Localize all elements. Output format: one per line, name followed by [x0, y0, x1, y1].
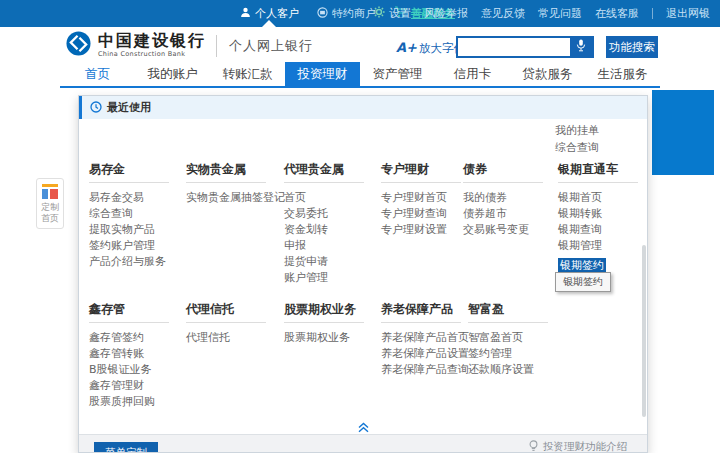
nav-item-home[interactable]: 首页 [60, 62, 135, 86]
lightbulb-icon [528, 440, 539, 453]
menu-scrollbar-thumb[interactable] [642, 245, 646, 417]
topbar-item-risk-report[interactable]: 风险举报 [424, 6, 468, 21]
topbar-item-label: 设置 [389, 6, 411, 21]
menu-item[interactable]: 我的挂单 [555, 122, 599, 139]
menu-item[interactable]: 还款顺序设置 [468, 362, 568, 378]
ccb-logo-icon [66, 31, 91, 60]
menu-item[interactable]: 产品介绍与服务 [89, 254, 186, 270]
menu-item[interactable]: 智富盈首页 [468, 330, 568, 346]
customize-homepage-widget[interactable]: 定制 首页 [36, 178, 64, 229]
menu-item[interactable]: 首页 [284, 190, 381, 206]
menu-column-stock-options: 股票期权业务 股票期权业务 [284, 302, 381, 410]
function-intro-link[interactable]: 投资理财功能介绍 [528, 440, 627, 453]
topbar-separator [652, 8, 653, 19]
menu-item[interactable]: 专户理财首页 [381, 190, 463, 206]
nav-item-investment[interactable]: 投资理财 [285, 62, 360, 86]
menu-item[interactable]: 资金划转 [284, 222, 381, 238]
menu-item[interactable]: 股票期权业务 [284, 330, 381, 346]
topbar-item-feedback[interactable]: 意见反馈 [481, 6, 525, 21]
menu-item[interactable]: 提货申请 [284, 254, 381, 270]
menu-item[interactable]: 债券超市 [463, 206, 558, 222]
menu-customize-button[interactable]: 菜单定制 [94, 442, 158, 453]
topbar-item-label: 个人客户 [255, 6, 299, 21]
nav-item-loan-services[interactable]: 贷款服务 [510, 62, 585, 86]
menu-item[interactable]: 申报 [284, 238, 381, 254]
merchant-icon [317, 7, 328, 21]
bank-name: 中国建设银行 [98, 33, 206, 49]
function-search-button[interactable]: 功能搜索 [606, 36, 658, 58]
menu-column-physical-metals: 实物贵金属 实物贵金属抽签登记 [186, 162, 284, 286]
portal-title: 个人网上银行 [229, 37, 313, 55]
topbar-item-logout[interactable]: 退出网银 [666, 6, 710, 21]
menu-item[interactable]: 鑫存管转账 [89, 346, 186, 362]
menu-item[interactable]: 鑫存管理财 [89, 378, 186, 394]
menu-item[interactable]: 交易账号变更 [463, 222, 558, 238]
topbar-item-settings[interactable]: 设置 [373, 6, 411, 21]
microphone-icon [576, 39, 586, 55]
menu-item[interactable]: 专户理财设置 [381, 222, 463, 238]
collapse-menu-control[interactable] [79, 418, 647, 432]
menu-row-1: 易存金 易存金交易 综合查询 提取实物产品 签约账户管理 产品介绍与服务 实物贵… [89, 162, 643, 286]
topbar-item-merchant[interactable]: 特约商户 [317, 6, 376, 21]
menu-item[interactable]: 股票质押回购 [89, 394, 186, 410]
nav-item-life-services[interactable]: 生活服务 [585, 62, 660, 86]
menu-item[interactable]: 签约账户管理 [89, 238, 186, 254]
menu-item[interactable]: 交易委托 [284, 206, 381, 222]
scrolled-partial-column: 我的挂单 综合查询 [555, 122, 599, 156]
topbar-right-group: 设置 风险举报 意见反馈 常见问题 在线客服 退出网银 [373, 0, 710, 27]
menu-item[interactable]: 养老保障产品设置 [381, 346, 468, 362]
menu-item[interactable]: 鑫存管签约 [89, 330, 186, 346]
menu-item[interactable]: 专户理财查询 [381, 206, 463, 222]
investment-megamenu: 最近使用 我的挂单 综合查询 易存金 易存金交易 综合查询 提取实物产品 签约账… [78, 95, 648, 453]
nav-item-asset-management[interactable]: 资产管理 [360, 62, 435, 86]
menu-column-title: 养老保障产品 [381, 302, 461, 323]
customize-homepage-label: 定制 首页 [41, 202, 59, 224]
bank-logo-group: 中国建设银行 China Construction Bank 个人网上银行 [66, 31, 313, 60]
menu-item[interactable]: 签约管理 [468, 346, 568, 362]
recent-used-band: 最近使用 [79, 96, 647, 119]
clock-icon [90, 98, 102, 117]
bank-name-en: China Construction Bank [98, 50, 206, 58]
topbar-item-online-service[interactable]: 在线客服 [595, 6, 639, 21]
menu-item[interactable]: 实物贵金属抽签登记 [186, 190, 284, 206]
menu-column-bank-futures: 银期直通车 银期首页 银期转账 银期查询 银期管理 银期签约 [558, 162, 643, 286]
menu-column-zhifuying: 智富盈 智富盈首页 签约管理 还款顺序设置 [468, 302, 568, 410]
menu-column-title: 代理信托 [186, 302, 266, 323]
menu-item[interactable]: 提取实物产品 [89, 222, 186, 238]
menu-item[interactable]: 银期首页 [558, 190, 643, 206]
nav-item-transfer[interactable]: 转账汇款 [210, 62, 285, 86]
header: 中国建设银行 China Construction Bank 个人网上银行 A+… [0, 27, 720, 62]
menu-item[interactable]: 银期查询 [558, 222, 643, 238]
menu-item[interactable]: 银期转账 [558, 206, 643, 222]
menu-item[interactable]: 银期管理 [558, 238, 643, 254]
nav-item-credit-card[interactable]: 信用卡 [435, 62, 510, 86]
menu-item[interactable]: 养老保障产品查询 [381, 362, 468, 378]
font-zoom-prefix: A+ [396, 40, 417, 55]
menu-row-2: 鑫存管 鑫存管签约 鑫存管转账 B股银证业务 鑫存管理财 股票质押回购 代理信托… [89, 302, 568, 410]
menu-item[interactable]: 综合查询 [89, 206, 186, 222]
menu-column-title: 易存金 [89, 162, 169, 183]
topbar-item-faq[interactable]: 常见问题 [538, 6, 582, 21]
menu-item[interactable]: 综合查询 [555, 139, 599, 156]
menu-item[interactable]: 易存金交易 [89, 190, 186, 206]
megamenu-footer: 菜单定制 投资理财功能介绍 [79, 434, 647, 453]
nav-item-my-accounts[interactable]: 我的账户 [135, 62, 210, 86]
menu-item[interactable]: 代理信托 [186, 330, 284, 346]
active-section-caret [262, 20, 276, 27]
topbar: 个人客户 特约商户 善融商务 设置 风险举报 意见反馈 常见问题 在线客服 退出… [0, 0, 720, 27]
menu-column-agent-metals: 代理贵金属 首页 交易委托 资金划转 申报 提货申请 账户管理 [284, 162, 381, 286]
menu-column-agent-trust: 代理信托 代理信托 [186, 302, 284, 410]
font-zoom-control[interactable]: A+放大字体 [396, 40, 465, 56]
menu-item[interactable]: 我的债券 [463, 190, 558, 206]
menu-item[interactable]: B股银证业务 [89, 362, 186, 378]
search-input[interactable] [458, 38, 570, 56]
page-banner [652, 90, 714, 175]
menu-item[interactable]: 养老保障产品首页 [381, 330, 468, 346]
topbar-item-personal-customer[interactable]: 个人客户 [240, 6, 299, 21]
search-box [456, 36, 594, 58]
menu-column-title: 鑫存管 [89, 302, 169, 323]
recent-used-label: 最近使用 [107, 100, 151, 115]
voice-search-button[interactable] [570, 38, 592, 56]
layout-grid-icon [42, 184, 58, 199]
menu-item[interactable]: 账户管理 [284, 270, 381, 286]
